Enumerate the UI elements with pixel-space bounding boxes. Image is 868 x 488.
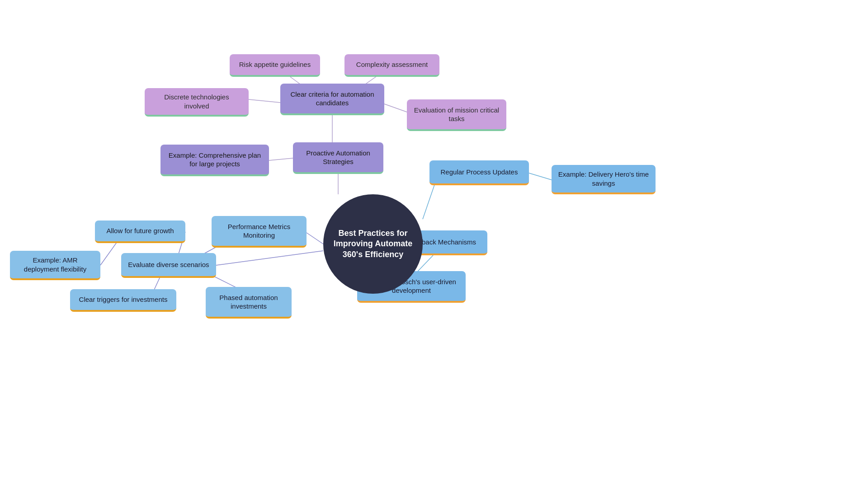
example-comprehensive-node: Example: Comprehensive plan for large pr… — [160, 145, 269, 176]
center-node: Best Practices for Improving Automate 36… — [323, 194, 423, 294]
svg-line-12 — [216, 251, 323, 265]
example-amr-node: Example: AMR deployment flexibility — [10, 251, 100, 280]
clear-triggers-node: Clear triggers for investments — [70, 289, 176, 312]
evaluate-diverse-node: Evaluate diverse scenarios — [121, 253, 216, 278]
eval-mission-node: Evaluation of mission critical tasks — [407, 99, 506, 131]
complexity-assessment-node: Complexity assessment — [344, 54, 439, 77]
svg-line-8 — [529, 173, 552, 180]
risk-appetite-node: Risk appetite guidelines — [230, 54, 320, 77]
discrete-technologies-node: Discrete technologies involved — [145, 88, 249, 117]
svg-line-11 — [307, 233, 323, 244]
proactive-automation-node: Proactive Automation Strategies — [293, 142, 383, 174]
allow-future-node: Allow for future growth — [95, 221, 185, 243]
example-delivery-node: Example: Delivery Hero's time savings — [552, 165, 656, 194]
phased-automation-node: Phased automation investments — [206, 287, 292, 319]
center-label: Best Practices for Improving Automate 36… — [330, 228, 416, 260]
svg-line-6 — [269, 158, 293, 160]
performance-metrics-node: Performance Metrics Monitoring — [212, 216, 307, 248]
clear-criteria-node: Clear criteria for automation candidates — [280, 84, 384, 115]
regular-process-node: Regular Process Updates — [429, 160, 529, 185]
